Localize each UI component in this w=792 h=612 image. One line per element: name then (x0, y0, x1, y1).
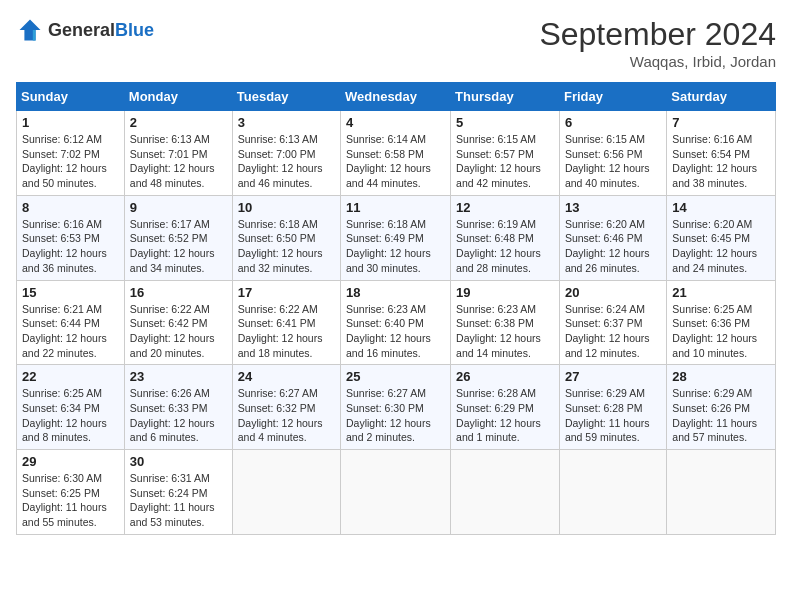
calendar-cell: 5Sunrise: 6:15 AMSunset: 6:57 PMDaylight… (451, 111, 560, 196)
day-info: Sunrise: 6:22 AMSunset: 6:42 PMDaylight:… (130, 302, 227, 361)
day-info: Sunrise: 6:23 AMSunset: 6:38 PMDaylight:… (456, 302, 554, 361)
calendar-cell (341, 450, 451, 535)
day-info: Sunrise: 6:15 AMSunset: 6:57 PMDaylight:… (456, 132, 554, 191)
day-info: Sunrise: 6:24 AMSunset: 6:37 PMDaylight:… (565, 302, 661, 361)
day-number: 13 (565, 200, 661, 215)
logo-text-general: General (48, 20, 115, 40)
day-info: Sunrise: 6:31 AMSunset: 6:24 PMDaylight:… (130, 471, 227, 530)
day-info: Sunrise: 6:27 AMSunset: 6:32 PMDaylight:… (238, 386, 335, 445)
calendar-cell (451, 450, 560, 535)
day-info: Sunrise: 6:18 AMSunset: 6:49 PMDaylight:… (346, 217, 445, 276)
calendar-cell: 10Sunrise: 6:18 AMSunset: 6:50 PMDayligh… (232, 195, 340, 280)
day-number: 9 (130, 200, 227, 215)
calendar-cell: 30Sunrise: 6:31 AMSunset: 6:24 PMDayligh… (124, 450, 232, 535)
calendar-header-monday: Monday (124, 83, 232, 111)
day-info: Sunrise: 6:20 AMSunset: 6:46 PMDaylight:… (565, 217, 661, 276)
calendar-cell: 26Sunrise: 6:28 AMSunset: 6:29 PMDayligh… (451, 365, 560, 450)
day-number: 20 (565, 285, 661, 300)
day-info: Sunrise: 6:21 AMSunset: 6:44 PMDaylight:… (22, 302, 119, 361)
logo-icon (16, 16, 44, 44)
calendar-week-row: 1Sunrise: 6:12 AMSunset: 7:02 PMDaylight… (17, 111, 776, 196)
page-header: GeneralBlue September 2024 Waqqas, Irbid… (16, 16, 776, 70)
calendar-cell: 2Sunrise: 6:13 AMSunset: 7:01 PMDaylight… (124, 111, 232, 196)
month-title: September 2024 (539, 16, 776, 53)
calendar-header-wednesday: Wednesday (341, 83, 451, 111)
day-number: 4 (346, 115, 445, 130)
calendar-cell: 29Sunrise: 6:30 AMSunset: 6:25 PMDayligh… (17, 450, 125, 535)
day-info: Sunrise: 6:29 AMSunset: 6:28 PMDaylight:… (565, 386, 661, 445)
day-info: Sunrise: 6:25 AMSunset: 6:36 PMDaylight:… (672, 302, 770, 361)
day-info: Sunrise: 6:18 AMSunset: 6:50 PMDaylight:… (238, 217, 335, 276)
calendar-cell: 21Sunrise: 6:25 AMSunset: 6:36 PMDayligh… (667, 280, 776, 365)
calendar-cell: 22Sunrise: 6:25 AMSunset: 6:34 PMDayligh… (17, 365, 125, 450)
title-block: September 2024 Waqqas, Irbid, Jordan (539, 16, 776, 70)
day-info: Sunrise: 6:29 AMSunset: 6:26 PMDaylight:… (672, 386, 770, 445)
calendar-cell: 28Sunrise: 6:29 AMSunset: 6:26 PMDayligh… (667, 365, 776, 450)
calendar-cell: 3Sunrise: 6:13 AMSunset: 7:00 PMDaylight… (232, 111, 340, 196)
calendar-cell: 19Sunrise: 6:23 AMSunset: 6:38 PMDayligh… (451, 280, 560, 365)
day-info: Sunrise: 6:16 AMSunset: 6:53 PMDaylight:… (22, 217, 119, 276)
calendar-header-tuesday: Tuesday (232, 83, 340, 111)
day-number: 7 (672, 115, 770, 130)
day-number: 5 (456, 115, 554, 130)
day-info: Sunrise: 6:12 AMSunset: 7:02 PMDaylight:… (22, 132, 119, 191)
calendar-cell: 13Sunrise: 6:20 AMSunset: 6:46 PMDayligh… (559, 195, 666, 280)
day-info: Sunrise: 6:23 AMSunset: 6:40 PMDaylight:… (346, 302, 445, 361)
calendar-cell: 15Sunrise: 6:21 AMSunset: 6:44 PMDayligh… (17, 280, 125, 365)
day-number: 10 (238, 200, 335, 215)
calendar-cell: 24Sunrise: 6:27 AMSunset: 6:32 PMDayligh… (232, 365, 340, 450)
calendar-week-row: 22Sunrise: 6:25 AMSunset: 6:34 PMDayligh… (17, 365, 776, 450)
calendar-body: 1Sunrise: 6:12 AMSunset: 7:02 PMDaylight… (17, 111, 776, 535)
day-number: 12 (456, 200, 554, 215)
day-number: 3 (238, 115, 335, 130)
day-number: 2 (130, 115, 227, 130)
calendar-cell: 20Sunrise: 6:24 AMSunset: 6:37 PMDayligh… (559, 280, 666, 365)
day-info: Sunrise: 6:25 AMSunset: 6:34 PMDaylight:… (22, 386, 119, 445)
day-number: 29 (22, 454, 119, 469)
calendar-cell: 11Sunrise: 6:18 AMSunset: 6:49 PMDayligh… (341, 195, 451, 280)
calendar-header-saturday: Saturday (667, 83, 776, 111)
logo-text-blue: Blue (115, 20, 154, 40)
day-number: 27 (565, 369, 661, 384)
calendar-cell: 25Sunrise: 6:27 AMSunset: 6:30 PMDayligh… (341, 365, 451, 450)
day-number: 21 (672, 285, 770, 300)
day-info: Sunrise: 6:22 AMSunset: 6:41 PMDaylight:… (238, 302, 335, 361)
calendar-cell: 7Sunrise: 6:16 AMSunset: 6:54 PMDaylight… (667, 111, 776, 196)
calendar-header-thursday: Thursday (451, 83, 560, 111)
day-info: Sunrise: 6:15 AMSunset: 6:56 PMDaylight:… (565, 132, 661, 191)
calendar-cell: 1Sunrise: 6:12 AMSunset: 7:02 PMDaylight… (17, 111, 125, 196)
calendar-week-row: 8Sunrise: 6:16 AMSunset: 6:53 PMDaylight… (17, 195, 776, 280)
day-number: 14 (672, 200, 770, 215)
calendar-cell (232, 450, 340, 535)
day-info: Sunrise: 6:27 AMSunset: 6:30 PMDaylight:… (346, 386, 445, 445)
day-info: Sunrise: 6:13 AMSunset: 7:00 PMDaylight:… (238, 132, 335, 191)
day-info: Sunrise: 6:13 AMSunset: 7:01 PMDaylight:… (130, 132, 227, 191)
day-info: Sunrise: 6:19 AMSunset: 6:48 PMDaylight:… (456, 217, 554, 276)
calendar-cell: 12Sunrise: 6:19 AMSunset: 6:48 PMDayligh… (451, 195, 560, 280)
day-number: 30 (130, 454, 227, 469)
calendar-cell: 4Sunrise: 6:14 AMSunset: 6:58 PMDaylight… (341, 111, 451, 196)
calendar-cell: 17Sunrise: 6:22 AMSunset: 6:41 PMDayligh… (232, 280, 340, 365)
day-number: 24 (238, 369, 335, 384)
calendar-cell: 16Sunrise: 6:22 AMSunset: 6:42 PMDayligh… (124, 280, 232, 365)
calendar-week-row: 15Sunrise: 6:21 AMSunset: 6:44 PMDayligh… (17, 280, 776, 365)
logo: GeneralBlue (16, 16, 154, 44)
day-number: 28 (672, 369, 770, 384)
day-number: 26 (456, 369, 554, 384)
calendar-header-friday: Friday (559, 83, 666, 111)
calendar-cell: 23Sunrise: 6:26 AMSunset: 6:33 PMDayligh… (124, 365, 232, 450)
day-info: Sunrise: 6:17 AMSunset: 6:52 PMDaylight:… (130, 217, 227, 276)
day-number: 8 (22, 200, 119, 215)
day-number: 1 (22, 115, 119, 130)
calendar-cell: 6Sunrise: 6:15 AMSunset: 6:56 PMDaylight… (559, 111, 666, 196)
day-number: 18 (346, 285, 445, 300)
svg-marker-0 (20, 20, 41, 41)
day-info: Sunrise: 6:20 AMSunset: 6:45 PMDaylight:… (672, 217, 770, 276)
calendar-cell: 27Sunrise: 6:29 AMSunset: 6:28 PMDayligh… (559, 365, 666, 450)
calendar-cell: 9Sunrise: 6:17 AMSunset: 6:52 PMDaylight… (124, 195, 232, 280)
day-info: Sunrise: 6:30 AMSunset: 6:25 PMDaylight:… (22, 471, 119, 530)
calendar-cell (559, 450, 666, 535)
day-number: 16 (130, 285, 227, 300)
day-number: 6 (565, 115, 661, 130)
day-number: 11 (346, 200, 445, 215)
